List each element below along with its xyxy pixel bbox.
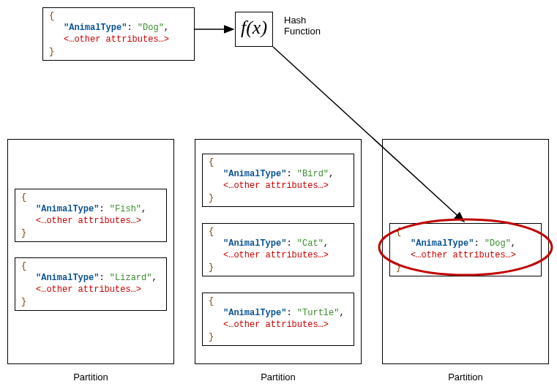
close-brace: }	[49, 47, 54, 57]
partition-label: Partition	[382, 372, 549, 382]
json-other: <…other attributes…>	[36, 216, 141, 226]
hash-function-box: f(x)	[235, 12, 273, 47]
json-other: <…other attributes…>	[223, 320, 329, 330]
json-other: <…other attributes…>	[36, 284, 141, 295]
list-item: { "AnimalType": "Fish", <…other attribut…	[15, 189, 167, 242]
input-json-item: { "AnimalType": "Dog", <…other attribute…	[42, 7, 195, 61]
list-item: { "AnimalType": "Bird", <…other attribut…	[202, 154, 354, 207]
hash-function-label: Hash Function	[284, 15, 328, 37]
json-value: "Lizard"	[110, 273, 152, 283]
json-key: "AnimalType"	[64, 23, 127, 33]
json-value: "Dog"	[485, 238, 511, 249]
list-item: { "AnimalType": "Dog", <…other attribute…	[389, 223, 542, 276]
json-other: <…other attributes…>	[223, 250, 329, 260]
hash-function-symbol: f(x)	[241, 17, 267, 38]
open-brace: {	[49, 11, 54, 21]
json-key: "AnimalType"	[223, 169, 286, 179]
json-value: "Cat"	[297, 238, 324, 249]
list-item: { "AnimalType": "Cat", <…other attribute…	[202, 223, 354, 276]
list-item: { "AnimalType": "Lizard", <…other attrib…	[15, 257, 167, 311]
json-key: "AnimalType"	[223, 308, 286, 318]
list-item: { "AnimalType": "Turtle", <…other attrib…	[202, 293, 354, 346]
json-key: "AnimalType"	[36, 273, 99, 283]
json-value: "Dog"	[138, 23, 164, 33]
json-key: "AnimalType"	[411, 238, 474, 249]
partition-box	[7, 139, 174, 364]
json-key: "AnimalType"	[36, 204, 99, 214]
json-value: "Fish"	[110, 204, 141, 214]
json-other: <…other attributes…>	[411, 250, 516, 260]
json-value: "Bird"	[297, 169, 329, 179]
json-value: "Turtle"	[297, 308, 340, 318]
partition-label: Partition	[7, 372, 174, 382]
partition-label: Partition	[195, 372, 362, 382]
json-other: <…other attributes…>	[223, 181, 329, 191]
json-other: <…other attributes…>	[64, 34, 169, 45]
json-key: "AnimalType"	[223, 238, 286, 249]
